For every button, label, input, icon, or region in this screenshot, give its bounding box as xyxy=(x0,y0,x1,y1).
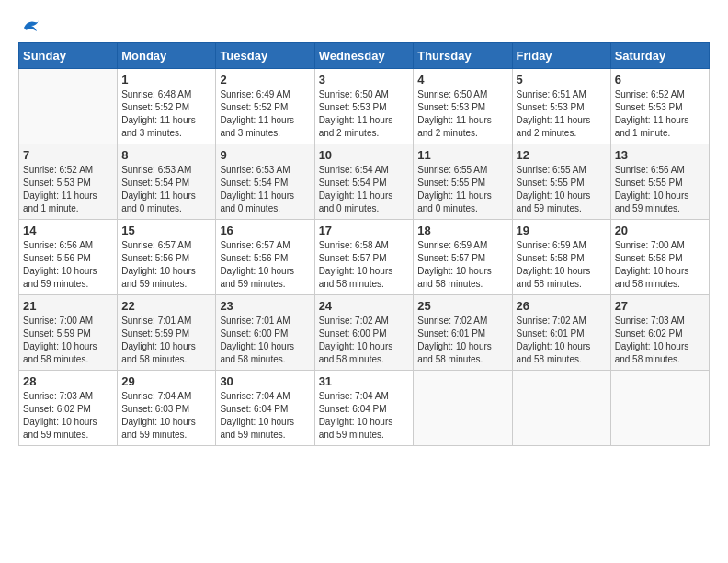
day-number: 26 xyxy=(517,299,607,313)
day-info: Sunrise: 6:50 AMSunset: 5:53 PMDaylight:… xyxy=(417,88,507,140)
day-info: Sunrise: 6:49 AMSunset: 5:52 PMDaylight:… xyxy=(220,88,310,140)
day-number: 7 xyxy=(23,148,113,162)
calendar-day-cell: 24Sunrise: 7:02 AMSunset: 6:00 PMDayligh… xyxy=(314,295,414,371)
calendar-day-cell: 1Sunrise: 6:48 AMSunset: 5:52 PMDaylight… xyxy=(118,69,216,144)
day-info: Sunrise: 6:51 AMSunset: 5:53 PMDaylight:… xyxy=(517,88,607,140)
day-number: 25 xyxy=(417,299,507,313)
weekday-header-tuesday: Tuesday xyxy=(216,43,314,69)
calendar-table: SundayMondayTuesdayWednesdayThursdayFrid… xyxy=(18,42,710,446)
day-number: 10 xyxy=(319,148,410,162)
calendar-day-cell: 22Sunrise: 7:01 AMSunset: 5:59 PMDayligh… xyxy=(118,295,216,371)
day-info: Sunrise: 6:57 AMSunset: 5:56 PMDaylight:… xyxy=(220,239,310,291)
weekday-header-thursday: Thursday xyxy=(414,43,512,69)
day-number: 31 xyxy=(319,374,410,388)
calendar-day-cell: 8Sunrise: 6:53 AMSunset: 5:54 PMDaylight… xyxy=(118,144,216,220)
day-number: 12 xyxy=(517,148,607,162)
day-number: 1 xyxy=(121,73,211,86)
calendar-day-cell: 29Sunrise: 7:04 AMSunset: 6:03 PMDayligh… xyxy=(118,371,216,446)
day-number: 30 xyxy=(220,374,310,388)
day-info: Sunrise: 7:00 AMSunset: 5:58 PMDaylight:… xyxy=(615,239,705,291)
weekday-header-sunday: Sunday xyxy=(19,43,118,69)
calendar-day-cell: 19Sunrise: 6:59 AMSunset: 5:58 PMDayligh… xyxy=(512,220,610,295)
day-info: Sunrise: 7:01 AMSunset: 6:00 PMDaylight:… xyxy=(220,315,310,366)
calendar-day-cell: 21Sunrise: 7:00 AMSunset: 5:59 PMDayligh… xyxy=(19,295,118,371)
calendar-day-cell: 5Sunrise: 6:51 AMSunset: 5:53 PMDaylight… xyxy=(512,69,610,144)
weekday-header-friday: Friday xyxy=(512,43,610,69)
day-number: 8 xyxy=(121,148,211,162)
day-info: Sunrise: 6:48 AMSunset: 5:52 PMDaylight:… xyxy=(121,88,211,140)
day-info: Sunrise: 7:04 AMSunset: 6:03 PMDaylight:… xyxy=(121,390,211,442)
calendar-day-cell: 30Sunrise: 7:04 AMSunset: 6:04 PMDayligh… xyxy=(216,371,314,446)
weekday-header-saturday: Saturday xyxy=(610,43,709,69)
day-number: 16 xyxy=(220,224,310,237)
calendar-day-cell: 4Sunrise: 6:50 AMSunset: 5:53 PMDaylight… xyxy=(414,69,512,144)
weekday-header-row: SundayMondayTuesdayWednesdayThursdayFrid… xyxy=(19,43,710,69)
day-number: 4 xyxy=(417,73,507,86)
calendar-day-cell xyxy=(414,371,512,446)
calendar-day-cell: 31Sunrise: 7:04 AMSunset: 6:04 PMDayligh… xyxy=(314,371,414,446)
day-info: Sunrise: 6:54 AMSunset: 5:54 PMDaylight:… xyxy=(319,164,410,215)
calendar-day-cell: 26Sunrise: 7:02 AMSunset: 6:01 PMDayligh… xyxy=(512,295,610,371)
day-number: 22 xyxy=(121,299,211,313)
day-number: 6 xyxy=(615,73,705,86)
day-info: Sunrise: 7:02 AMSunset: 6:00 PMDaylight:… xyxy=(319,315,410,366)
day-number: 11 xyxy=(417,148,507,162)
day-number: 17 xyxy=(319,224,410,237)
calendar-day-cell: 18Sunrise: 6:59 AMSunset: 5:57 PMDayligh… xyxy=(414,220,512,295)
weekday-header-wednesday: Wednesday xyxy=(314,43,414,69)
calendar-day-cell: 14Sunrise: 6:56 AMSunset: 5:56 PMDayligh… xyxy=(19,220,118,295)
calendar-week-row: 7Sunrise: 6:52 AMSunset: 5:53 PMDaylight… xyxy=(19,144,710,220)
calendar-day-cell: 2Sunrise: 6:49 AMSunset: 5:52 PMDaylight… xyxy=(216,69,314,144)
calendar-day-cell: 27Sunrise: 7:03 AMSunset: 6:02 PMDayligh… xyxy=(610,295,709,371)
calendar-day-cell: 6Sunrise: 6:52 AMSunset: 5:53 PMDaylight… xyxy=(610,69,709,144)
day-info: Sunrise: 7:02 AMSunset: 6:01 PMDaylight:… xyxy=(517,315,607,366)
calendar-day-cell: 15Sunrise: 6:57 AMSunset: 5:56 PMDayligh… xyxy=(118,220,216,295)
day-info: Sunrise: 6:52 AMSunset: 5:53 PMDaylight:… xyxy=(23,164,113,215)
day-number: 19 xyxy=(517,224,607,237)
day-info: Sunrise: 6:56 AMSunset: 5:55 PMDaylight:… xyxy=(615,164,705,215)
day-number: 14 xyxy=(23,224,113,237)
calendar-week-row: 1Sunrise: 6:48 AMSunset: 5:52 PMDaylight… xyxy=(19,69,710,144)
day-info: Sunrise: 6:58 AMSunset: 5:57 PMDaylight:… xyxy=(319,239,410,291)
day-info: Sunrise: 7:02 AMSunset: 6:01 PMDaylight:… xyxy=(417,315,507,366)
day-info: Sunrise: 7:04 AMSunset: 6:04 PMDaylight:… xyxy=(220,390,310,442)
calendar-day-cell: 10Sunrise: 6:54 AMSunset: 5:54 PMDayligh… xyxy=(314,144,414,220)
calendar-week-row: 21Sunrise: 7:00 AMSunset: 5:59 PMDayligh… xyxy=(19,295,710,371)
calendar-day-cell: 9Sunrise: 6:53 AMSunset: 5:54 PMDaylight… xyxy=(216,144,314,220)
logo xyxy=(18,18,40,33)
calendar-week-row: 28Sunrise: 7:03 AMSunset: 6:02 PMDayligh… xyxy=(19,371,710,446)
day-number: 5 xyxy=(517,73,607,86)
day-number: 29 xyxy=(121,374,211,388)
calendar-week-row: 14Sunrise: 6:56 AMSunset: 5:56 PMDayligh… xyxy=(19,220,710,295)
calendar-day-cell xyxy=(19,69,118,144)
day-number: 24 xyxy=(319,299,410,313)
day-number: 28 xyxy=(23,374,113,388)
day-info: Sunrise: 6:52 AMSunset: 5:53 PMDaylight:… xyxy=(615,88,705,140)
day-number: 21 xyxy=(23,299,113,313)
day-info: Sunrise: 6:55 AMSunset: 5:55 PMDaylight:… xyxy=(517,164,607,215)
day-info: Sunrise: 6:55 AMSunset: 5:55 PMDaylight:… xyxy=(417,164,507,215)
day-number: 20 xyxy=(615,224,705,237)
day-info: Sunrise: 6:53 AMSunset: 5:54 PMDaylight:… xyxy=(121,164,211,215)
calendar-day-cell: 28Sunrise: 7:03 AMSunset: 6:02 PMDayligh… xyxy=(19,371,118,446)
day-info: Sunrise: 7:03 AMSunset: 6:02 PMDaylight:… xyxy=(615,315,705,366)
calendar-day-cell: 20Sunrise: 7:00 AMSunset: 5:58 PMDayligh… xyxy=(610,220,709,295)
day-number: 27 xyxy=(615,299,705,313)
day-number: 23 xyxy=(220,299,310,313)
calendar-day-cell: 13Sunrise: 6:56 AMSunset: 5:55 PMDayligh… xyxy=(610,144,709,220)
calendar-day-cell: 16Sunrise: 6:57 AMSunset: 5:56 PMDayligh… xyxy=(216,220,314,295)
calendar-day-cell: 3Sunrise: 6:50 AMSunset: 5:53 PMDaylight… xyxy=(314,69,414,144)
day-info: Sunrise: 7:00 AMSunset: 5:59 PMDaylight:… xyxy=(23,315,113,366)
day-info: Sunrise: 7:01 AMSunset: 5:59 PMDaylight:… xyxy=(121,315,211,366)
calendar-day-cell: 25Sunrise: 7:02 AMSunset: 6:01 PMDayligh… xyxy=(414,295,512,371)
header xyxy=(18,18,710,33)
day-number: 9 xyxy=(220,148,310,162)
weekday-header-monday: Monday xyxy=(118,43,216,69)
day-info: Sunrise: 7:04 AMSunset: 6:04 PMDaylight:… xyxy=(319,390,410,442)
calendar-day-cell: 7Sunrise: 6:52 AMSunset: 5:53 PMDaylight… xyxy=(19,144,118,220)
day-info: Sunrise: 6:57 AMSunset: 5:56 PMDaylight:… xyxy=(121,239,211,291)
calendar-day-cell xyxy=(610,371,709,446)
day-info: Sunrise: 7:03 AMSunset: 6:02 PMDaylight:… xyxy=(23,390,113,442)
day-number: 2 xyxy=(220,73,310,86)
day-info: Sunrise: 6:56 AMSunset: 5:56 PMDaylight:… xyxy=(23,239,113,291)
